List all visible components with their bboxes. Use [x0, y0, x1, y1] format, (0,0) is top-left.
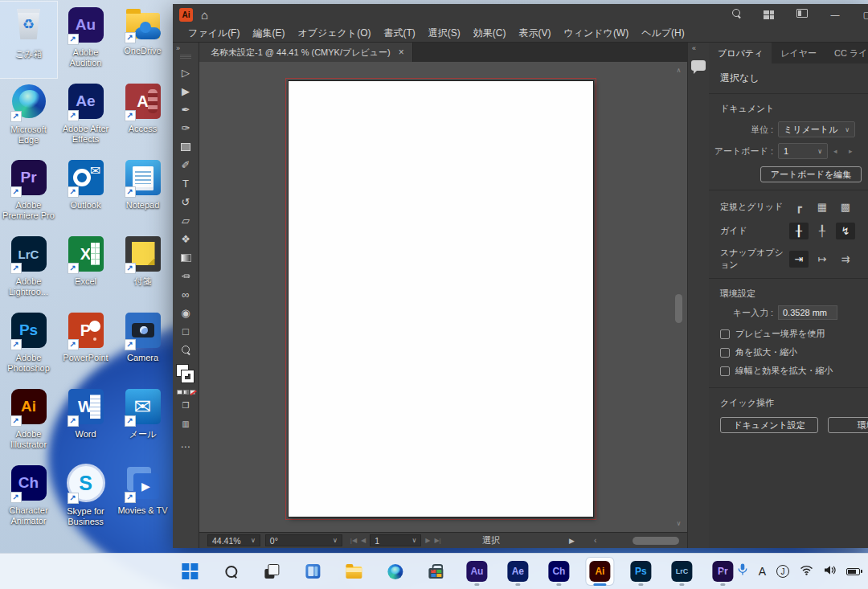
snap-to-pixel-icon[interactable]: ⇉	[836, 251, 855, 268]
widgets-button[interactable]	[299, 558, 326, 585]
close-tab-icon[interactable]: ×	[399, 47, 404, 58]
edge-button[interactable]	[381, 558, 408, 585]
taskbar-after-effects[interactable]: Ae	[504, 558, 531, 585]
gradient-button[interactable]	[183, 390, 189, 395]
lock-guides-icon[interactable]: ╀	[813, 223, 832, 239]
microphone-icon[interactable]	[737, 563, 748, 579]
desktop-icon-mail[interactable]: ✉↗ メール	[114, 383, 171, 460]
zoom-tool[interactable]	[175, 341, 196, 359]
maximize-button[interactable]: ▢	[855, 6, 868, 23]
gradient-tool[interactable]	[175, 248, 196, 267]
unit-select[interactable]: ミリメートル ∨	[778, 121, 855, 137]
blend-tool[interactable]: ∞	[175, 285, 196, 304]
preferences-button[interactable]: 環境設定	[828, 417, 868, 433]
none-button[interactable]	[190, 390, 195, 395]
scale-strokes-effects-checkbox-row[interactable]: 線幅と効果を拡大・縮小	[709, 362, 868, 380]
scroll-left-icon[interactable]: ‹	[589, 536, 601, 545]
scroll-up-icon[interactable]: ∧	[674, 67, 683, 74]
rectangle-tool[interactable]	[175, 137, 196, 156]
artboard-select[interactable]: 1 ∨	[778, 143, 828, 159]
file-explorer-button[interactable]	[340, 558, 367, 585]
pen-tool[interactable]: ✒	[175, 100, 196, 119]
show-rulers-icon[interactable]: ┏	[789, 198, 809, 215]
artboard-number-control[interactable]: 1 ∨	[370, 534, 421, 546]
battery-icon[interactable]	[846, 568, 860, 575]
checkbox-icon[interactable]	[720, 329, 730, 339]
toolbar-expand-icon[interactable]: »	[173, 44, 180, 52]
desktop-icon-notepad[interactable]: ↗ Notepad	[114, 154, 171, 231]
artboard-tool[interactable]: □	[175, 322, 196, 341]
desktop-icon-onedrive[interactable]: ↗ OneDrive	[114, 2, 171, 78]
desktop-icon-adobe-audition[interactable]: Au↗ Adobe Audition	[57, 2, 114, 78]
arrange-documents-icon[interactable]	[796, 9, 808, 20]
horizontal-scrollbar[interactable]: ‹ ›	[589, 535, 681, 546]
rotation-control[interactable]: 0° ∨	[265, 534, 342, 546]
menu-help[interactable]: ヘルプ(H)	[635, 27, 691, 40]
chevron-down-icon[interactable]: ∨	[333, 537, 338, 544]
desktop-icon-camera[interactable]: ↗ Camera	[114, 307, 171, 383]
chevron-down-icon[interactable]: ∨	[251, 537, 256, 544]
draw-mode-button[interactable]: ❐	[175, 396, 196, 415]
vertical-scrollbar-thumb[interactable]	[675, 294, 682, 323]
rotate-view-tool[interactable]: ◉	[175, 304, 196, 322]
home-icon[interactable]: ⌂	[201, 9, 208, 21]
start-button[interactable]	[176, 558, 203, 585]
desktop-icon-recycle-bin[interactable]: ♻ ごみ箱	[0, 2, 57, 78]
next-artboard-icon[interactable]: ▶	[425, 537, 430, 544]
tab-properties[interactable]: プロパティ	[709, 43, 772, 63]
key-input-field[interactable]: 0.3528 mm	[778, 305, 837, 320]
toolbar-grip[interactable]	[180, 55, 191, 59]
taskbar-search-button[interactable]	[217, 558, 244, 585]
desktop-icon-character-animator[interactable]: Ch↗ Character Animator	[0, 460, 57, 536]
horizontal-scrollbar-thumb[interactable]	[633, 537, 679, 545]
show-transparency-grid-icon[interactable]: ▩	[836, 198, 855, 215]
canvas[interactable]: ∧ ∨	[199, 62, 687, 532]
eraser-tool[interactable]: ▱	[175, 211, 196, 230]
checkbox-icon[interactable]	[720, 348, 730, 358]
tray-overflow-icon[interactable]: ∧	[720, 567, 726, 576]
stroke-swatch[interactable]	[182, 370, 194, 382]
color-type-buttons[interactable]	[177, 390, 195, 395]
desktop-icon-access[interactable]: A↗ Access	[114, 78, 171, 154]
artboard-prev-next-icons[interactable]: ◂ ▸	[833, 147, 858, 155]
snap-to-point-icon[interactable]: ↦	[813, 251, 832, 268]
menu-type[interactable]: 書式(T)	[377, 27, 421, 40]
selection-tool[interactable]: ▷	[175, 63, 196, 82]
screen-mode-button[interactable]: ▥	[175, 415, 196, 433]
show-guides-icon[interactable]: ╂	[789, 223, 809, 239]
ime-circle-j-icon[interactable]: J	[776, 565, 789, 578]
desktop-icon-word[interactable]: W↗ Word	[57, 383, 114, 460]
task-view-button[interactable]	[258, 558, 285, 585]
microsoft-store-button[interactable]	[422, 558, 449, 585]
desktop-icon-excel[interactable]: X↗ Excel	[57, 231, 114, 307]
status-flyout-icon[interactable]: ▶	[569, 537, 575, 545]
search-icon[interactable]	[732, 9, 741, 20]
eyedropper-tool[interactable]: ✏	[175, 267, 196, 285]
collapse-panels-icon[interactable]: «	[688, 44, 696, 52]
workspace-switcher-icon[interactable]	[764, 10, 774, 19]
taskbar-photoshop[interactable]: Ps	[627, 558, 654, 585]
paintbrush-tool[interactable]: ✐	[175, 156, 196, 174]
last-artboard-icon[interactable]: ▶|	[434, 537, 440, 544]
titlebar[interactable]: Ai ⌂ — ▢	[173, 4, 868, 25]
taskbar-character-animator[interactable]: Ch	[545, 558, 572, 585]
edit-artboard-button[interactable]: アートボードを編集	[760, 166, 862, 182]
edit-toolbar-icon[interactable]: ⋯	[181, 441, 191, 452]
show-grid-icon[interactable]: ▦	[813, 198, 832, 215]
desktop-icon-adobe-photoshop[interactable]: Ps↗ Adobe Photoshop	[0, 307, 57, 383]
desktop-icon-adobe-lightroom[interactable]: LrC↗ Adobe Lightroo...	[0, 231, 57, 307]
taskbar-audition[interactable]: Au	[463, 558, 490, 585]
tab-layers[interactable]: レイヤー	[772, 43, 825, 63]
color-button[interactable]	[177, 390, 182, 395]
menu-object[interactable]: オブジェクト(O)	[291, 27, 377, 40]
minimize-button[interactable]: —	[823, 6, 847, 23]
taskbar-lightroom[interactable]: LrC	[668, 558, 695, 585]
desktop-icon-adobe-after-effects[interactable]: Ae↗ Adobe After Effects	[57, 78, 114, 154]
shape-builder-tool[interactable]: ❖	[175, 230, 196, 248]
desktop-icon-powerpoint[interactable]: P↗ PowerPoint	[57, 307, 114, 383]
desktop-icon-adobe-premiere-pro[interactable]: Pr↗ Adobe Premiere Pro	[0, 154, 57, 231]
menu-file[interactable]: ファイル(F)	[182, 27, 246, 40]
scale-corners-checkbox-row[interactable]: 角を拡大・縮小	[709, 343, 868, 362]
wifi-icon[interactable]	[800, 564, 813, 579]
direct-selection-tool[interactable]: ▶	[175, 82, 196, 100]
